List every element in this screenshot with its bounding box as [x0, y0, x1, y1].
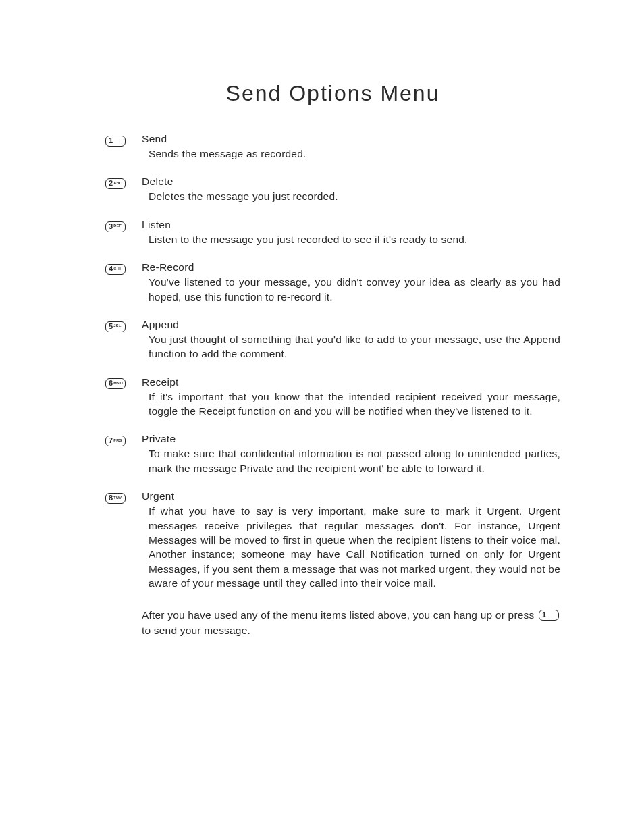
option-name: Append — [142, 319, 560, 331]
key-digit: 3 — [109, 223, 113, 230]
key-col: 2 ABC — [105, 176, 142, 189]
option-text: Receipt If it's important that you know … — [142, 376, 560, 419]
key-col: 7 PRS — [105, 433, 142, 446]
option-row: 3 DEF Listen Listen to the message you j… — [105, 219, 560, 246]
key-col: 5 JKL — [105, 319, 142, 332]
key-letters: PRS — [113, 439, 122, 443]
page-title: Send Options Menu — [105, 81, 560, 106]
phone-key-icon: 1 — [539, 610, 559, 621]
key-col: 6 MNO — [105, 376, 142, 390]
option-text: Private To make sure that confidential i… — [142, 433, 560, 475]
option-name: Send — [142, 133, 560, 145]
phone-key-icon: 7 PRS — [105, 436, 126, 446]
option-text: Send Sends the message as recorded. — [142, 133, 560, 161]
option-text: Urgent If what you have to say is very i… — [142, 490, 560, 590]
option-text: Listen Listen to the message you just re… — [142, 219, 560, 246]
option-desc: If it's important that you know that the… — [142, 390, 560, 419]
option-name: Delete — [142, 176, 560, 188]
footer-pre: After you have used any of the menu item… — [142, 609, 537, 621]
option-desc: You just thought of something that you'd… — [142, 332, 560, 361]
key-digit: 2 — [109, 180, 113, 187]
option-text: Append You just thought of something tha… — [142, 319, 560, 361]
phone-key-icon: 4 GHI — [105, 264, 126, 275]
option-row: 5 JKL Append You just thought of somethi… — [105, 319, 560, 361]
phone-key-icon: 2 ABC — [105, 178, 126, 189]
page: Send Options Menu 1 Send Sends the messa… — [0, 0, 644, 834]
key-letters: JKL — [113, 324, 122, 328]
key-digit: 1 — [109, 137, 113, 145]
key-letters: GHI — [113, 267, 121, 271]
footer-post: to send your message. — [142, 625, 250, 636]
key-letters: MNO — [113, 382, 123, 386]
phone-key-icon: 8 TUV — [105, 493, 126, 504]
option-row: 8 TUV Urgent If what you have to say is … — [105, 490, 560, 590]
option-desc: Deletes the message you just recorded. — [142, 189, 560, 203]
option-desc: Sends the message as recorded. — [142, 147, 560, 161]
option-desc: Listen to the message you just recorded … — [142, 232, 560, 246]
phone-key-icon: 6 MNO — [105, 378, 126, 389]
key-col: 4 GHI — [105, 261, 142, 275]
option-name: Re-Record — [142, 261, 560, 273]
key-col: 3 DEF — [105, 219, 142, 232]
option-name: Urgent — [142, 490, 560, 502]
option-name: Receipt — [142, 376, 560, 388]
option-text: Re-Record You've listened to your messag… — [142, 261, 560, 304]
key-digit: 5 — [109, 323, 113, 330]
key-letters: DEF — [113, 224, 122, 228]
phone-key-icon: 3 DEF — [105, 221, 126, 232]
option-row: 6 MNO Receipt If it's important that you… — [105, 376, 560, 419]
key-col: 8 TUV — [105, 490, 142, 504]
phone-key-icon: 1 — [105, 136, 126, 147]
option-desc: You've listened to your message, you did… — [142, 275, 560, 304]
option-row: 1 Send Sends the message as recorded. — [105, 133, 560, 161]
option-text: Delete Deletes the message you just reco… — [142, 176, 560, 203]
option-name: Listen — [142, 219, 560, 231]
option-desc: If what you have to say is very importan… — [142, 504, 560, 590]
option-row: 7 PRS Private To make sure that confiden… — [105, 433, 560, 475]
option-row: 2 ABC Delete Deletes the message you jus… — [105, 176, 560, 203]
option-name: Private — [142, 433, 560, 445]
option-row: 4 GHI Re-Record You've listened to your … — [105, 261, 560, 304]
key-digit: 8 — [109, 494, 113, 502]
key-col: 1 — [105, 133, 142, 147]
option-desc: To make sure that confidential informati… — [142, 446, 560, 475]
key-letters: ABC — [113, 182, 122, 186]
key-digit: 4 — [109, 265, 113, 273]
key-digit: 6 — [109, 380, 113, 387]
key-digit: 7 — [109, 437, 113, 444]
key-digit: 1 — [542, 611, 547, 619]
phone-key-icon: 5 JKL — [105, 321, 126, 332]
footer-note: After you have used any of the menu item… — [105, 608, 560, 638]
key-letters: TUV — [113, 496, 122, 500]
